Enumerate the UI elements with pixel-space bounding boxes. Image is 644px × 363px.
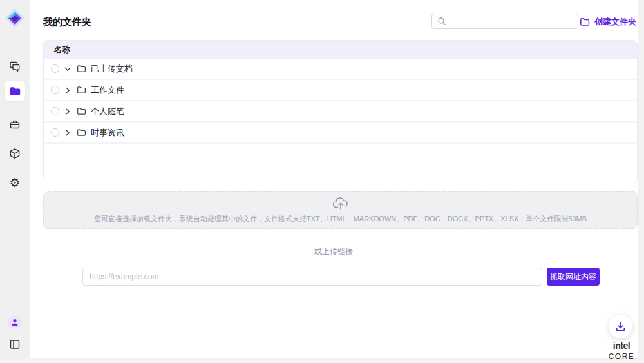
intel-brand-label: intel [613,340,630,351]
chevron-right-icon[interactable] [64,129,71,137]
search-icon [437,17,446,26]
window-bottom-edge [0,359,644,363]
folder-name: 时事资讯 [91,127,124,139]
page-title: 我的文件夹 [43,16,91,28]
cube-icon [9,148,21,159]
folder-name: 工作文件 [91,84,124,96]
folder-table: 名称 已上传文档 工作文件 个人随笔 [43,40,638,182]
user-avatar[interactable] [8,315,22,329]
sidebar: ⚙ [0,0,30,358]
chevron-right-icon[interactable] [64,108,71,115]
user-avatar-icon [10,318,19,327]
column-header-name: 名称 [54,44,70,55]
row-checkbox[interactable] [51,86,59,94]
chat-icon [9,61,21,72]
toolbox-icon [9,119,21,130]
search-input[interactable] [450,14,578,28]
sidebar-item-chat[interactable] [5,56,25,77]
folder-icon [77,64,86,74]
chevron-down-icon[interactable] [64,65,71,73]
row-checkbox[interactable] [51,64,59,73]
sidebar-item-toolbox[interactable] [5,114,25,135]
folder-name: 个人随笔 [91,106,124,117]
row-checkbox[interactable] [51,107,59,115]
create-folder-label: 创建文件夹 [594,16,636,28]
app-window: ⚙ 我的文件夹 创 [0,0,644,358]
fetch-url-button[interactable]: 抓取网址内容 [547,268,600,286]
upload-dropzone[interactable]: 您可直接选择加载文件夹，系统自动处理其中的文件，文件格式支持TXT、HTML、M… [43,191,638,229]
folder-plus-icon [580,17,590,27]
folder-icon [77,106,86,116]
create-folder-button[interactable]: 创建文件夹 [580,15,636,28]
upload-hint: 您可直接选择加载文件夹，系统自动处理其中的文件，文件格式支持TXT、HTML、M… [44,214,637,224]
collapse-sidebar-button[interactable] [5,334,25,355]
folder-icon [77,85,86,95]
download-icon [615,321,626,332]
url-input[interactable] [82,268,542,286]
search-box [431,14,578,29]
table-body: 已上传文档 工作文件 个人随笔 时事资讯 [44,59,637,144]
app-logo-icon [5,8,25,28]
table-row[interactable]: 工作文件 [44,80,637,101]
table-row[interactable]: 个人随笔 [44,101,637,123]
folder-icon [77,128,86,137]
settings-icon: ⚙ [9,177,20,189]
main-panel: 我的文件夹 创建文件夹 名称 已上传文档 [30,0,638,358]
window-right-edge [638,0,644,358]
table-row[interactable]: 已上传文档 [44,59,637,80]
sidebar-item-folders[interactable] [5,81,25,101]
sidebar-item-settings[interactable]: ⚙ [5,172,25,193]
or-upload-link-label: 或上传链接 [30,246,638,257]
chevron-right-icon[interactable] [64,86,71,94]
cloud-upload-icon [332,196,349,210]
folder-icon [9,85,21,97]
table-header-row: 名称 [44,41,637,59]
sidebar-item-models[interactable] [5,143,25,164]
folder-name: 已上传文档 [91,63,133,75]
table-row[interactable]: 时事资讯 [44,123,637,144]
collapse-panel-icon [9,338,21,350]
row-checkbox[interactable] [51,128,59,137]
download-button[interactable] [609,315,632,338]
